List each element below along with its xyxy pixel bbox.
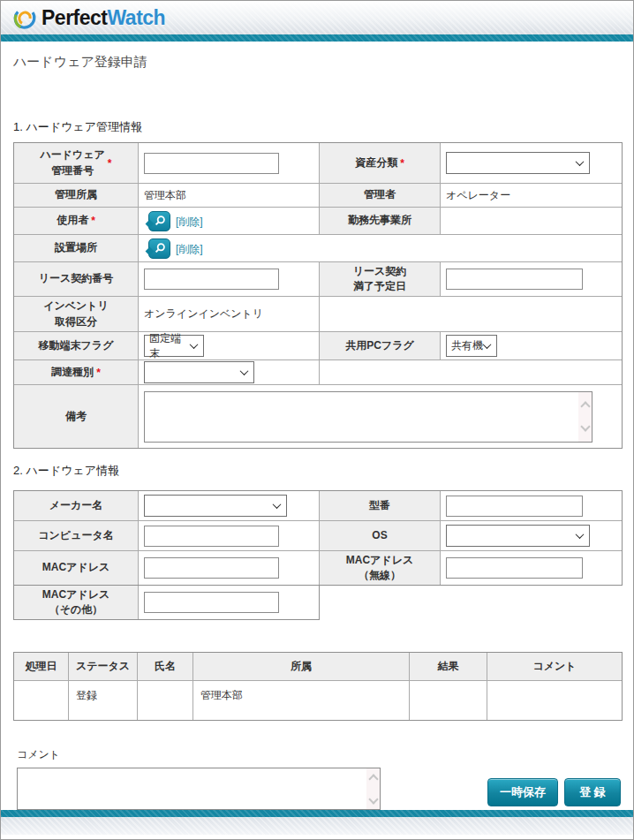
mobile-flag-label: 移動端末フラグ [14, 332, 139, 359]
hardware-management-table: ハードウェア 管理番号* 資産分類* 管理所属 管理本部 管理者 オペレーター … [13, 142, 623, 449]
page-title: ハードウェア登録申請 [13, 54, 621, 73]
user-delete-link[interactable]: [削除] [176, 215, 203, 231]
section1-title: 1. ハードウェア管理情報 [13, 119, 621, 135]
required-mark: * [108, 157, 112, 170]
row-hw-number: ハードウェア 管理番号* 資産分類* [14, 143, 622, 184]
comment-textarea[interactable] [18, 768, 366, 809]
mac-other-input[interactable] [144, 592, 279, 613]
row-location: 設置場所 [削除] [14, 235, 622, 262]
asset-class-label: 資産分類* [320, 143, 441, 183]
office-value [441, 208, 622, 234]
row-flags: 移動端末フラグ 固定端末 共用PCフラグ 共有機 [14, 332, 622, 360]
shared-pc-select[interactable]: 共有機 [446, 335, 497, 357]
lease-no-input[interactable] [144, 269, 279, 290]
lease-end-label: リース契約 満了予定日 [320, 262, 441, 296]
mgmt-dept-value: 管理本部 [139, 184, 320, 207]
row-remarks: 備考 [14, 385, 622, 448]
chevron-down-icon [273, 500, 282, 509]
os-select[interactable] [446, 525, 590, 547]
history-header-result: 結果 [410, 653, 487, 680]
history-header-comment: コメント [487, 653, 622, 680]
shared-pc-label: 共用PCフラグ [320, 332, 441, 359]
hw-number-input[interactable] [144, 153, 279, 174]
remarks-textarea[interactable] [145, 392, 578, 442]
lease-end-input[interactable] [446, 269, 583, 290]
mgmt-dept-label: 管理所属 [14, 184, 139, 207]
chevron-down-icon [576, 530, 585, 539]
search-icon [154, 215, 166, 227]
row-mac-other: MACアドレス （その他） [14, 586, 319, 619]
mac-wireless-label: MACアドレス （無線） [320, 551, 441, 585]
location-label: 設置場所 [14, 235, 139, 261]
model-label: 型番 [320, 491, 441, 520]
required-mark: * [96, 367, 101, 379]
user-search-button[interactable] [148, 211, 170, 231]
remarks-label: 備考 [14, 385, 139, 448]
computer-name-input[interactable] [144, 526, 279, 547]
register-button[interactable]: 登 録 [564, 778, 621, 806]
inventory-value: オンラインインベントリ [139, 297, 320, 331]
manager-value: オペレーター [441, 184, 622, 207]
app-header: PerfectWatch [1, 1, 633, 34]
bottom-row: コメント 一時保存 登 録 [13, 747, 621, 810]
location-search-button[interactable] [148, 238, 170, 259]
lease-no-label: リース契約番号 [14, 262, 139, 296]
textarea-scrollbar[interactable] [366, 768, 380, 809]
mac-wireless-input[interactable] [446, 557, 583, 579]
row-computer-os: コンピュータ名 OS [14, 521, 622, 551]
office-label: 勤務先事業所 [320, 208, 441, 234]
history-header-dept: 所属 [193, 653, 410, 680]
computer-name-label: コンピュータ名 [14, 521, 139, 550]
history-cell-status: 登録 [69, 681, 138, 720]
manager-label: 管理者 [320, 184, 441, 207]
section2-title: 2. ハードウェア情報 [13, 463, 621, 479]
history-row: 登録 管理本部 [14, 681, 622, 720]
inventory-label: インベントリ 取得区分 [14, 297, 139, 331]
hw-number-label: ハードウェア 管理番号* [14, 143, 139, 183]
hardware-info-table: メーカー名 型番 コンピュータ名 OS MACアドレス MACアドレス （無線） [13, 490, 623, 586]
os-label: OS [320, 521, 441, 550]
procurement-select[interactable] [144, 361, 254, 383]
row-procurement: 調達種別* [14, 360, 622, 385]
logo-text: PerfectWatch [42, 8, 165, 28]
model-input[interactable] [446, 496, 583, 517]
row-inventory: インベントリ 取得区分 オンラインインベントリ [14, 297, 622, 332]
history-cell-date [14, 681, 69, 720]
logo: PerfectWatch [12, 6, 165, 30]
history-cell-comment [487, 681, 622, 720]
history-cell-dept: 管理本部 [193, 681, 410, 720]
mobile-flag-select[interactable]: 固定端末 [144, 335, 204, 357]
footer-gradient [1, 817, 633, 835]
location-delete-link[interactable]: [削除] [176, 242, 203, 259]
textarea-scrollbar[interactable] [578, 392, 592, 442]
perfectwatch-logo-icon [12, 6, 37, 30]
scroll-down-icon [368, 794, 378, 804]
save-temp-button[interactable]: 一時保存 [487, 778, 558, 806]
comment-label: コメント [17, 747, 381, 762]
action-buttons: 一時保存 登 録 [487, 778, 621, 810]
row-maker: メーカー名 型番 [14, 491, 622, 521]
history-header-name: 氏名 [138, 653, 193, 680]
row-mgmt-dept: 管理所属 管理本部 管理者 オペレーター [14, 184, 622, 208]
row-lease: リース契約番号 リース契約 満了予定日 [14, 262, 622, 297]
row-user: 使用者* [削除] 勤務先事業所 [14, 208, 622, 235]
mac-input[interactable] [144, 557, 279, 579]
required-mark: * [400, 157, 404, 170]
asset-class-select[interactable] [446, 152, 590, 174]
mac-other-label: MACアドレス （その他） [14, 586, 139, 619]
chevron-down-icon [190, 340, 199, 349]
approval-history-table: 処理日 ステータス 氏名 所属 結果 コメント 登録 管理本部 [13, 652, 623, 721]
page-footer [1, 810, 633, 835]
row-mac: MACアドレス MACアドレス （無線） [14, 551, 622, 585]
maker-select[interactable] [144, 495, 287, 517]
search-icon [154, 242, 166, 254]
history-cell-result [410, 681, 487, 720]
history-header-status: ステータス [69, 653, 138, 680]
history-header-row: 処理日 ステータス 氏名 所属 結果 コメント [14, 653, 622, 681]
chevron-down-icon [240, 367, 249, 375]
scroll-up-icon [368, 774, 378, 783]
user-label: 使用者* [14, 208, 139, 234]
footer-accent-bar [1, 810, 633, 817]
header-accent-bar [1, 34, 633, 42]
scroll-up-icon [580, 401, 590, 411]
